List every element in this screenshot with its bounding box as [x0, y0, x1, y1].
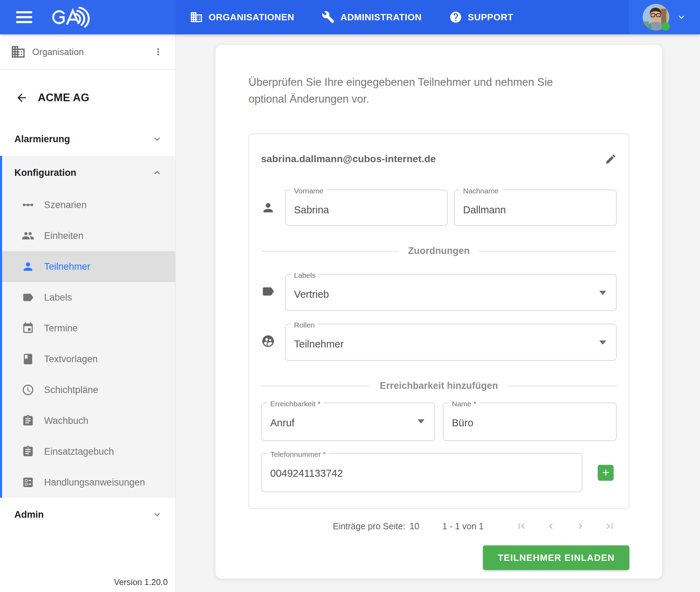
previous-page-button[interactable]	[545, 521, 556, 532]
erreichbarkeit-divider: Erreichbarkeit hinzufügen	[261, 380, 617, 391]
invite-row: TEILNEHMER EINLADEN	[248, 545, 629, 570]
telefonnummer-input[interactable]	[270, 468, 566, 479]
nav-item-support[interactable]: SUPPORT	[447, 10, 516, 24]
org-label: Organisation	[32, 47, 152, 57]
nachname-input[interactable]	[463, 204, 600, 216]
per-page-label: Einträge pro Seite:	[333, 521, 405, 531]
next-page-button[interactable]	[575, 521, 586, 532]
participants-review-card: Überprüfen Sie Ihre eingegebenen Teilneh…	[216, 45, 662, 579]
dropdown-arrow-icon	[599, 340, 606, 345]
labels-label: Labels	[291, 271, 318, 280]
erreichbarkeit-row: Erreichbarkeit * Anruf Name *	[261, 402, 617, 441]
sidebar-item-wachbuch[interactable]: Wachbuch	[0, 405, 175, 436]
linear-scale-icon	[22, 199, 34, 211]
vorname-field: Vorname	[285, 190, 448, 226]
nav-item-administration[interactable]: ADMINISTRATION	[320, 10, 424, 24]
paginator: Einträge pro Seite: 10 1 - 1 von 1	[248, 517, 629, 535]
sidebar-item-teilnehmer[interactable]: Teilnehmer	[0, 251, 175, 282]
sidebar-item-termine[interactable]: Termine	[0, 313, 175, 344]
sidebar-section-konfiguration-block: Konfiguration Szenarien Einheiten Teilne…	[0, 156, 175, 498]
rollen-value: Teilnehmer	[294, 338, 344, 350]
label-icon	[261, 284, 275, 298]
edit-participant-button[interactable]	[605, 153, 617, 165]
telefonnummer-row: Telefonnummer *	[261, 453, 617, 492]
arrow-back-icon	[15, 91, 28, 104]
labels-value: Vertrieb	[294, 289, 329, 300]
nav-label-support: SUPPORT	[468, 12, 513, 23]
participant-email-row: sabrina.dallmann@cubos-internet.de	[261, 153, 617, 165]
zuordnungen-divider: Zuordnungen	[261, 246, 617, 256]
wrench-icon	[322, 11, 335, 24]
erreichbarkeit-select[interactable]: Erreichbarkeit * Anruf	[261, 402, 435, 441]
more-vert-icon	[153, 47, 163, 57]
participant-email: sabrina.dallmann@cubos-internet.de	[261, 153, 436, 165]
per-page-select[interactable]: 10	[410, 521, 419, 531]
kebab-menu-button[interactable]	[152, 45, 165, 58]
back-button[interactable]	[15, 91, 28, 104]
rollen-label: Rollen	[291, 321, 318, 329]
person-icon	[22, 260, 34, 273]
sidebar-item-szenarien[interactable]: Szenarien	[0, 190, 175, 220]
sidebar-section-konfiguration[interactable]: Konfiguration	[0, 156, 175, 190]
sidebar-section-alarmierung[interactable]: Alarmierung	[0, 122, 175, 156]
sidebar-item-einsatztagebuch[interactable]: Einsatztagebuch	[0, 436, 175, 467]
chevron-up-icon	[152, 167, 163, 178]
help-icon	[449, 11, 462, 24]
labels-row: Labels Vertrieb	[261, 274, 617, 311]
chevron-down-icon	[152, 509, 163, 520]
add-erreichbarkeit-button[interactable]	[598, 465, 614, 481]
sidebar-section-admin[interactable]: Admin	[0, 498, 175, 531]
last-page-icon	[604, 521, 615, 532]
chevron-down-icon	[676, 12, 687, 22]
pencil-icon	[605, 153, 617, 165]
rollen-row: Rollen Teilnehmer	[261, 324, 617, 361]
name-label: Name *	[449, 400, 479, 408]
page-description: Überprüfen Sie Ihre eingegebenen Teilneh…	[248, 74, 579, 108]
vorname-input[interactable]	[294, 204, 431, 216]
teilnehmer-einladen-button[interactable]: TEILNEHMER EINLADEN	[483, 545, 629, 570]
clipboard-icon	[22, 445, 34, 458]
nav-item-organisationen[interactable]: ORGANISATIONEN	[188, 10, 296, 24]
sidebar: Organisation ACME AG Alarmierung Konfigu…	[0, 34, 176, 592]
top-nav: ORGANISATIONEN ADMINISTRATION SUPPORT	[176, 0, 629, 34]
chevron-down-icon	[152, 133, 163, 145]
top-bar-left	[0, 0, 176, 34]
nachname-field: Nachname	[454, 190, 617, 226]
labels-select[interactable]: Labels Vertrieb	[285, 274, 617, 311]
top-bar: ORGANISATIONEN ADMINISTRATION SUPPORT	[0, 0, 700, 34]
status-dot	[662, 22, 670, 30]
sidebar-item-textvorlagen[interactable]: Textvorlagen	[0, 344, 175, 374]
sidebar-item-schichtplaene[interactable]: Schichtpläne	[0, 374, 175, 405]
name-field: Name *	[443, 402, 617, 441]
telefonnummer-field: Telefonnummer *	[261, 453, 582, 492]
name-fields-row: Vorname Nachname	[261, 190, 617, 226]
first-page-icon	[516, 521, 527, 532]
page-range-label: 1 - 1 von 1	[442, 521, 484, 531]
first-page-button[interactable]	[516, 521, 527, 532]
participant-card: sabrina.dallmann@cubos-internet.de Vorna…	[248, 133, 629, 509]
calendar-icon	[22, 322, 34, 335]
ballot-icon	[22, 476, 34, 489]
vorname-label: Vorname	[291, 187, 326, 195]
building-icon	[10, 44, 26, 60]
plus-icon	[601, 467, 611, 478]
user-menu[interactable]	[629, 0, 700, 34]
clock-icon	[22, 384, 34, 396]
last-page-button[interactable]	[604, 521, 615, 532]
sidebar-item-handlungsanweisungen[interactable]: Handlungsanweisungen	[0, 467, 175, 498]
erreichbarkeit-label: Erreichbarkeit *	[267, 400, 323, 408]
avatar	[643, 4, 669, 30]
rollen-select[interactable]: Rollen Teilnehmer	[285, 324, 617, 361]
roles-user-circle-icon	[261, 334, 275, 348]
people-icon	[22, 229, 34, 242]
chevron-left-icon	[545, 521, 556, 532]
label-icon	[22, 291, 34, 304]
sidebar-item-labels[interactable]: Labels	[0, 282, 175, 313]
sidebar-item-einheiten[interactable]: Einheiten	[0, 220, 175, 251]
nachname-label: Nachname	[460, 187, 502, 195]
name-input[interactable]	[452, 417, 600, 429]
org-title: ACME AG	[38, 91, 89, 104]
person-icon	[261, 201, 275, 215]
telefonnummer-label: Telefonnummer *	[267, 450, 329, 459]
hamburger-menu-icon[interactable]	[16, 11, 32, 23]
